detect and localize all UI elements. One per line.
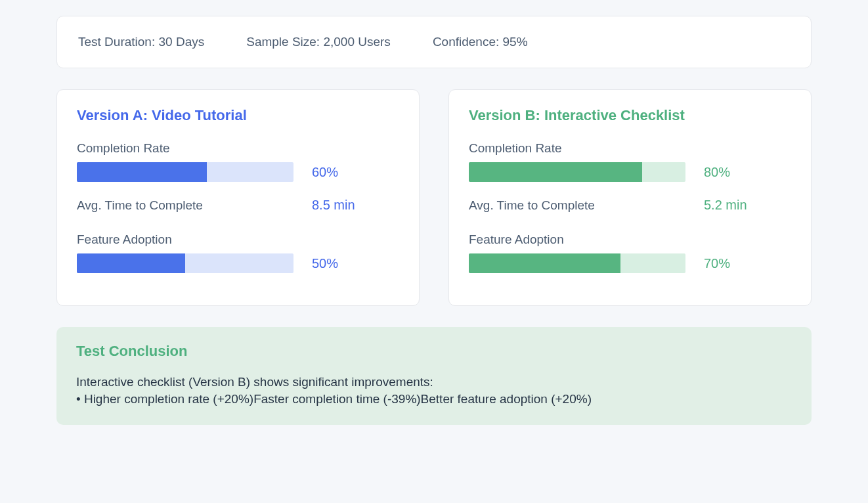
sample-size: Sample Size: 2,000 Users xyxy=(246,35,391,49)
metric-value: 60% xyxy=(312,165,338,180)
progress-fill xyxy=(77,162,207,182)
metric-time-b: Avg. Time to Complete 5.2 min xyxy=(469,198,791,213)
panel-version-a: Version A: Video Tutorial Completion Rat… xyxy=(56,89,420,306)
conclusion-card: Test Conclusion Interactive checklist (V… xyxy=(56,327,812,425)
metric-label: Feature Adoption xyxy=(469,232,791,247)
metric-label: Completion Rate xyxy=(469,141,791,156)
test-duration: Test Duration: 30 Days xyxy=(78,35,204,49)
metric-time-a: Avg. Time to Complete 8.5 min xyxy=(77,198,399,213)
conclusion-lead: Interactive checklist (Version B) shows … xyxy=(76,372,792,392)
panel-title-a: Version A: Video Tutorial xyxy=(77,107,399,124)
metric-value: 50% xyxy=(312,256,338,271)
summary-card: Test Duration: 30 Days Sample Size: 2,00… xyxy=(56,16,812,68)
confidence-level: Confidence: 95% xyxy=(433,35,528,49)
conclusion-bullets: • Higher completion rate (+20%)Faster co… xyxy=(76,392,792,406)
progress-fill xyxy=(77,253,185,273)
metric-value: 80% xyxy=(704,165,730,180)
progress-track xyxy=(77,162,293,182)
metric-completion-b: Completion Rate 80% xyxy=(469,141,791,182)
metric-label: Avg. Time to Complete xyxy=(469,198,685,213)
metric-adoption-a: Feature Adoption 50% xyxy=(77,232,399,273)
progress-track xyxy=(469,162,685,182)
progress-fill xyxy=(469,253,620,273)
metric-label: Completion Rate xyxy=(77,141,399,156)
progress-track xyxy=(469,253,685,273)
metric-adoption-b: Feature Adoption 70% xyxy=(469,232,791,273)
panel-title-b: Version B: Interactive Checklist xyxy=(469,107,791,124)
metric-value: 70% xyxy=(704,256,730,271)
version-panels: Version A: Video Tutorial Completion Rat… xyxy=(56,89,812,306)
progress-fill xyxy=(469,162,642,182)
metric-value: 5.2 min xyxy=(704,198,747,213)
metric-label: Feature Adoption xyxy=(77,232,399,247)
panel-version-b: Version B: Interactive Checklist Complet… xyxy=(448,89,812,306)
metric-completion-a: Completion Rate 60% xyxy=(77,141,399,182)
metric-value: 8.5 min xyxy=(312,198,355,213)
metric-label: Avg. Time to Complete xyxy=(77,198,293,213)
conclusion-title: Test Conclusion xyxy=(76,343,792,360)
progress-track xyxy=(77,253,293,273)
